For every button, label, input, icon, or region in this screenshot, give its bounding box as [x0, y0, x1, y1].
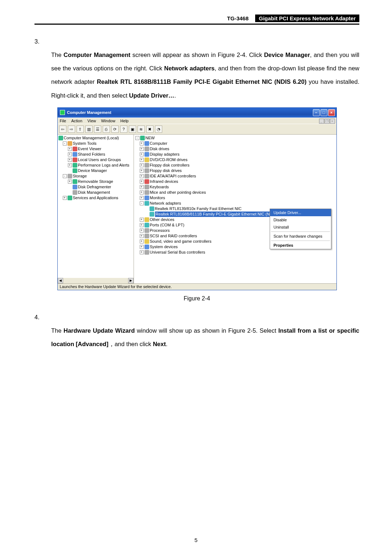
- device-ide[interactable]: +IDE ATA/ATAPI controllers: [135, 173, 336, 179]
- expand-icon[interactable]: +: [68, 180, 72, 184]
- other-devices-icon: [144, 217, 149, 222]
- print-icon[interactable]: ⎙: [103, 126, 110, 133]
- tree-device-manager[interactable]: Device Manager: [58, 168, 134, 173]
- device-manager-icon: [73, 168, 77, 173]
- expand-icon[interactable]: +: [68, 158, 72, 162]
- device-root[interactable]: -NEW: [135, 135, 336, 141]
- scroll-left-icon[interactable]: ◀: [58, 278, 63, 283]
- device-display[interactable]: +Display adapters: [135, 152, 336, 157]
- mdi-restore-button[interactable]: ❐: [324, 119, 330, 124]
- ctx-scan-hardware[interactable]: Scan for hardware changes: [270, 233, 331, 240]
- expand-icon[interactable]: +: [140, 163, 144, 167]
- device-keyboards[interactable]: +Keyboards: [135, 184, 336, 190]
- tree-root[interactable]: Computer Management (Local): [58, 135, 134, 141]
- device-disk-drives[interactable]: +Disk drives: [135, 146, 336, 152]
- event-viewer-icon: [73, 147, 77, 151]
- menu-window[interactable]: Window: [101, 119, 115, 123]
- scroll-right-icon[interactable]: ▶: [128, 278, 134, 283]
- expand-icon[interactable]: +: [140, 152, 144, 156]
- expand-icon[interactable]: +: [140, 196, 144, 200]
- device-floppy-ctrl[interactable]: +Floppy disk controllers: [135, 163, 336, 168]
- nav-forward-icon[interactable]: ⇨: [68, 126, 75, 133]
- expand-icon[interactable]: +: [140, 169, 144, 173]
- tree-disk-defrag[interactable]: Disk Defragmenter: [58, 184, 134, 190]
- device-network-adapters[interactable]: -Network adapters: [135, 201, 336, 206]
- tree-shared-folders[interactable]: +Shared Folders: [58, 152, 134, 157]
- minimize-button[interactable]: –: [313, 109, 320, 116]
- tree-system-tools[interactable]: -System Tools: [58, 141, 134, 146]
- menu-action[interactable]: Action: [71, 119, 82, 123]
- device-icon[interactable]: ▣: [129, 126, 136, 133]
- ctx-properties[interactable]: Properties: [270, 242, 331, 249]
- expand-icon[interactable]: +: [140, 223, 144, 227]
- close-button[interactable]: ×: [328, 109, 335, 116]
- tree-event-viewer[interactable]: +Event Viewer: [58, 146, 134, 152]
- document-header: TG-3468 Gigabit PCI Express Network Adap…: [34, 15, 359, 25]
- ctx-separator: [271, 231, 330, 232]
- tree-disk-mgmt[interactable]: Disk Management: [58, 190, 134, 195]
- ctx-update-driver[interactable]: Update Driver...: [270, 209, 331, 216]
- tree-services-apps[interactable]: +Services and Applications: [58, 195, 134, 201]
- scan-hw-icon[interactable]: ≋: [138, 126, 145, 133]
- expand-icon[interactable]: +: [140, 158, 144, 162]
- details-pane: -NEW +Computer +Disk drives +Display ada…: [134, 135, 336, 283]
- expand-icon[interactable]: +: [140, 234, 144, 238]
- refresh-icon[interactable]: ⟳: [111, 126, 119, 133]
- menu-file[interactable]: File: [60, 119, 66, 123]
- device-usb[interactable]: +Universal Serial Bus controllers: [135, 250, 336, 255]
- expand-icon[interactable]: +: [140, 141, 144, 145]
- expand-icon[interactable]: +: [140, 180, 144, 184]
- device-infrared[interactable]: +Infrared devices: [135, 179, 336, 184]
- toolbar: ⇦ ⇨ ⇧ ▥ ☰ ⎙ ⟳ ? ▣ ≋ ✖ ◔: [58, 124, 336, 135]
- expand-icon[interactable]: +: [140, 185, 144, 189]
- nav-back-icon[interactable]: ⇦: [59, 126, 66, 133]
- tree-storage[interactable]: -Storage: [58, 173, 134, 179]
- menu-help[interactable]: Help: [121, 119, 129, 123]
- device-floppy-drives[interactable]: +Floppy disk drives: [135, 168, 336, 173]
- step-number: 4.: [34, 311, 45, 324]
- performance-icon: [73, 163, 77, 168]
- expand-icon[interactable]: +: [140, 229, 144, 233]
- expand-icon[interactable]: +: [140, 147, 144, 151]
- update-icon[interactable]: ◔: [155, 126, 162, 133]
- ctx-disable[interactable]: Disable: [270, 216, 331, 223]
- mdi-close-button[interactable]: ×: [330, 119, 335, 124]
- collapse-icon[interactable]: -: [140, 201, 144, 205]
- device-monitors[interactable]: +Monitors: [135, 195, 336, 201]
- properties-icon[interactable]: ☰: [94, 126, 101, 133]
- collapse-icon[interactable]: -: [63, 141, 67, 145]
- maximize-button[interactable]: □: [320, 109, 327, 116]
- tree-local-users[interactable]: +Local Users and Groups: [58, 157, 134, 163]
- collapse-icon[interactable]: -: [63, 174, 67, 178]
- window-titlebar[interactable]: Computer Management – □ ×: [58, 108, 336, 118]
- expand-icon[interactable]: +: [140, 218, 144, 222]
- device-mice[interactable]: +Mice and other pointing devices: [135, 190, 336, 195]
- mdi-minimize-button[interactable]: _: [319, 119, 324, 124]
- removable-storage-icon: [73, 179, 77, 184]
- expand-icon[interactable]: +: [140, 190, 144, 194]
- help-icon[interactable]: ?: [120, 126, 127, 133]
- expand-icon[interactable]: +: [68, 163, 72, 167]
- expand-icon[interactable]: +: [140, 250, 144, 254]
- users-icon: [73, 157, 77, 162]
- expand-icon[interactable]: +: [68, 147, 72, 151]
- device-computer[interactable]: +Computer: [135, 141, 336, 146]
- tree-removable-storage[interactable]: +Removable Storage: [58, 179, 134, 184]
- expand-icon[interactable]: +: [63, 196, 67, 200]
- horizontal-scrollbar[interactable]: ◀ ▶: [58, 278, 134, 283]
- device-dvd[interactable]: +DVD/CD-ROM drives: [135, 157, 336, 163]
- uninstall-icon[interactable]: ✖: [146, 126, 154, 133]
- expand-icon[interactable]: +: [140, 174, 144, 178]
- ctx-uninstall[interactable]: Uninstall: [270, 223, 331, 231]
- show-hide-tree-icon[interactable]: ▥: [85, 126, 93, 133]
- defrag-icon: [73, 185, 77, 189]
- up-icon[interactable]: ⇧: [77, 126, 84, 133]
- expand-icon[interactable]: +: [68, 152, 72, 156]
- expand-icon[interactable]: +: [140, 239, 144, 243]
- collapse-icon[interactable]: -: [135, 136, 139, 140]
- expand-icon[interactable]: +: [140, 245, 144, 249]
- menu-view[interactable]: View: [87, 119, 96, 123]
- tree-performance-logs[interactable]: +Performance Logs and Alerts: [58, 163, 134, 168]
- usb-icon: [144, 250, 149, 255]
- system-tools-icon: [68, 141, 72, 146]
